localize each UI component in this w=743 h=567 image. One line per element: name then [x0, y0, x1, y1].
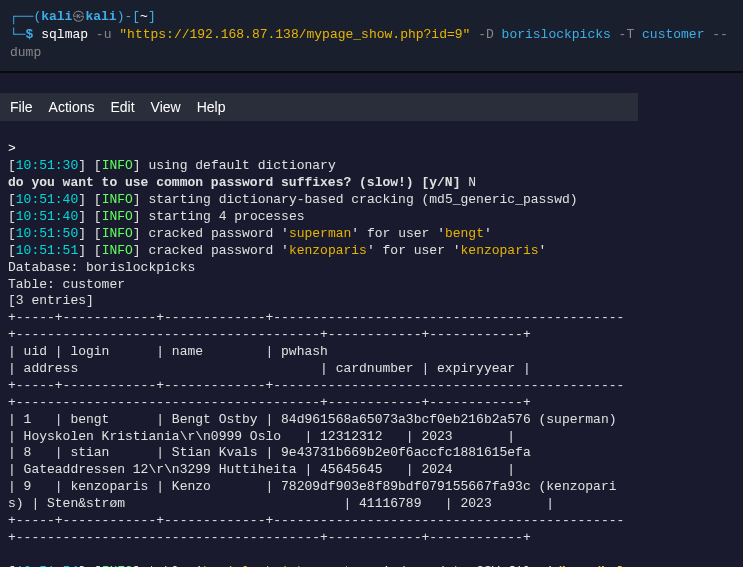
- flag-T: -T: [619, 27, 635, 42]
- ts-1: 10:51:30: [16, 158, 78, 173]
- info-1: INFO: [102, 158, 133, 173]
- ts-3: 10:51:40: [16, 209, 78, 224]
- cmd-url: "https://192.168.87.138/mypage_show.php?…: [119, 27, 470, 42]
- user-1: bengt: [445, 226, 484, 241]
- msg-4a: cracked password ': [148, 226, 288, 241]
- table-sep-2: +-----+------------+-------------+------…: [8, 378, 624, 410]
- ts-4: 10:51:50: [16, 226, 78, 241]
- msg-5a: cracked password ': [148, 243, 288, 258]
- table-header: | uid | login | name | pwhash | address …: [8, 344, 624, 376]
- msg-5b: ' for user ': [367, 243, 461, 258]
- menu-file[interactable]: File: [10, 99, 33, 115]
- menu-edit[interactable]: Edit: [110, 99, 134, 115]
- prompt-close: )-[: [117, 9, 140, 24]
- prompt-user: kali: [41, 9, 72, 24]
- arg-D: borislockpicks: [502, 27, 611, 42]
- ts-5: 10:51:51: [16, 243, 78, 258]
- pw-1: superman: [289, 226, 351, 241]
- prompt-path: ~: [140, 9, 148, 24]
- question-answer: N: [460, 175, 476, 190]
- msg-1: using default dictionary: [148, 158, 335, 173]
- menubar: File Actions Edit View Help: [0, 93, 638, 121]
- menu-view[interactable]: View: [151, 99, 181, 115]
- prompt-line-2[interactable]: └─$ sqlmap -u "https://192.168.87.138/my…: [10, 26, 733, 62]
- menu-help[interactable]: Help: [197, 99, 226, 115]
- menu-actions[interactable]: Actions: [49, 99, 95, 115]
- arg-T: customer: [642, 27, 704, 42]
- ts-2: 10:51:40: [16, 192, 78, 207]
- user-2: kenzoparis: [461, 243, 539, 258]
- tree-open: ┌──(: [10, 9, 41, 24]
- msg-4b: ' for user ': [351, 226, 445, 241]
- path-close: ]: [148, 9, 156, 24]
- pw-2: kenzoparis: [289, 243, 367, 258]
- prompt-at: ㉿: [72, 9, 85, 24]
- msg-2: starting dictionary-based cracking (md5_…: [148, 192, 577, 207]
- prompt-symbol: $: [26, 27, 34, 42]
- terminal-window: File Actions Edit View Help > [10:51:30]…: [0, 93, 638, 567]
- question: do you want to use common password suffi…: [8, 175, 460, 190]
- prompt-host: kali: [85, 9, 116, 24]
- prompt-gt: >: [8, 141, 16, 156]
- flag-u: -u: [96, 27, 112, 42]
- prompt-line-1: ┌──(kali㉿kali)-[~]: [10, 8, 733, 26]
- info-5: INFO: [102, 243, 133, 258]
- entries-line: [3 entries]: [8, 293, 94, 308]
- terminal-output[interactable]: > [10:51:30] [INFO] using default dictio…: [0, 121, 638, 567]
- table-row: | 1 | bengt | Bengt Ostby | 84d961568a65…: [8, 412, 640, 444]
- tbl-line: Table: customer: [8, 277, 125, 292]
- flag-D: -D: [478, 27, 494, 42]
- table-sep-1: +-----+------------+-------------+------…: [8, 310, 624, 342]
- info-3: INFO: [102, 209, 133, 224]
- top-terminal: ┌──(kali㉿kali)-[~] └─$ sqlmap -u "https:…: [0, 0, 743, 73]
- msg-3: starting 4 processes: [148, 209, 304, 224]
- cmd-name: sqlmap: [41, 27, 88, 42]
- msg-5c: ': [539, 243, 547, 258]
- table-row: | 8 | stian | Stian Kvals | 9e43731b669b…: [8, 445, 624, 477]
- info-2: INFO: [102, 192, 133, 207]
- table-row: | 9 | kenzoparis | Kenzo | 78209df903e8f…: [8, 479, 617, 511]
- tree-l2: └─: [10, 27, 26, 42]
- table-sep-3: +-----+------------+-------------+------…: [8, 513, 624, 545]
- db-line: Database: borislockpicks: [8, 260, 195, 275]
- info-4: INFO: [102, 226, 133, 241]
- msg-4c: ': [484, 226, 492, 241]
